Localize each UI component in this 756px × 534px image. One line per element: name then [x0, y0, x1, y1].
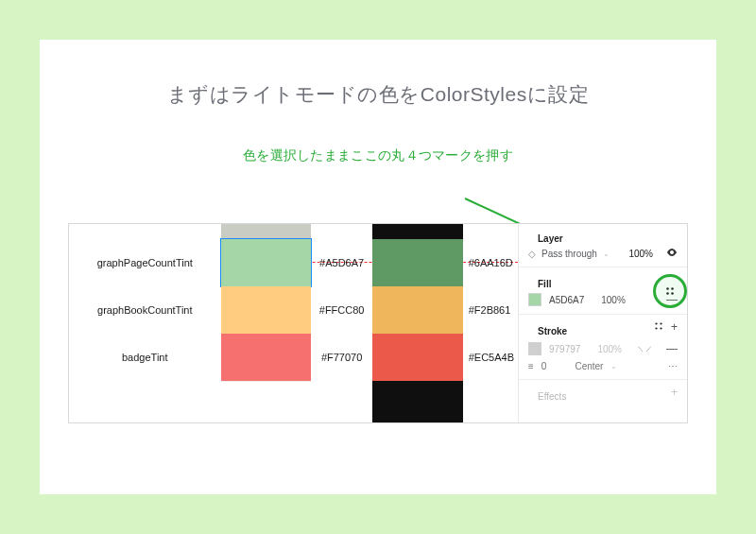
- page-title: まずはライトモードの色をColorStylesに設定: [40, 81, 716, 108]
- hex-light: #A5D6A7: [311, 257, 372, 268]
- effects-heading: Effects: [528, 384, 678, 405]
- remove-stroke-button[interactable]: —: [666, 343, 678, 354]
- add-stroke-button[interactable]: +: [671, 320, 678, 334]
- hex-dark: #F2B861: [463, 304, 518, 316]
- hex-light: #FFCC80: [311, 304, 372, 316]
- eye-icon[interactable]: [666, 248, 678, 259]
- svg-point-3: [655, 327, 657, 329]
- color-name: badgeTint: [69, 352, 221, 363]
- swatch-light[interactable]: [221, 223, 312, 239]
- styles-fourdot-stroke[interactable]: [654, 320, 663, 334]
- svg-point-2: [660, 322, 662, 324]
- hex-dark: #EC5A4B: [463, 352, 518, 363]
- table-row: [69, 381, 518, 423]
- color-name: graphPageCountTint: [69, 257, 221, 268]
- fill-heading: Fill: [528, 271, 678, 293]
- svg-point-6: [671, 287, 674, 290]
- svg-point-1: [655, 322, 657, 324]
- layer-heading: Layer: [528, 226, 678, 248]
- swatch-light-selected[interactable]: [221, 239, 312, 286]
- inspector-panel: Layer ◇ Pass through ⌄ 100% Fill A5D6A7 …: [518, 224, 687, 422]
- swatch-dark[interactable]: [372, 223, 463, 239]
- swatch-light[interactable]: [221, 334, 312, 381]
- stroke-chip[interactable]: [528, 342, 541, 355]
- swatch-dark[interactable]: [372, 239, 463, 286]
- table-row: graphPageCountTint #A5D6A7 #6AA16D: [69, 239, 518, 286]
- stroke-weight[interactable]: 0: [541, 361, 547, 371]
- svg-point-8: [671, 292, 674, 295]
- fill-chip[interactable]: [528, 293, 541, 306]
- stroke-more-button[interactable]: ⋯: [668, 361, 678, 371]
- table-row: sectionSeparator #C8CCC2 #161616: [69, 223, 518, 239]
- swatch-dark[interactable]: [372, 286, 463, 334]
- svg-point-7: [666, 292, 669, 295]
- svg-point-4: [660, 327, 662, 329]
- chevron-down-icon[interactable]: ⌄: [603, 250, 610, 258]
- blend-dropdown-icon[interactable]: ◇: [528, 249, 536, 259]
- swatch-dark[interactable]: [372, 334, 463, 381]
- stroke-hex[interactable]: 979797: [549, 344, 580, 354]
- swatch-light[interactable]: [221, 286, 312, 334]
- stroke-section: Stroke + 979797 100% ⟍⟋ —: [519, 315, 687, 380]
- hex-light: #F77070: [311, 352, 372, 363]
- fill-opacity[interactable]: 100%: [601, 295, 626, 305]
- svg-point-5: [666, 287, 669, 290]
- swatch-light[interactable]: [221, 381, 312, 423]
- add-effect-button[interactable]: +: [671, 386, 678, 399]
- table-row: badgeTint #F77070 #EC5A4B: [69, 334, 518, 381]
- stroke-align[interactable]: Center: [575, 361, 603, 371]
- effects-section: Effects +: [519, 380, 687, 413]
- layer-section: Layer ◇ Pass through ⌄ 100%: [519, 224, 687, 267]
- stroke-opacity[interactable]: 100%: [597, 344, 622, 354]
- color-name: graphBookCountTint: [69, 304, 221, 316]
- stroke-weight-icon: ≡: [528, 361, 534, 371]
- opacity-value[interactable]: 100%: [628, 249, 653, 259]
- tutorial-card: まずはライトモードの色をColorStylesに設定 色を選択したままここの丸４…: [40, 40, 716, 494]
- blend-mode[interactable]: Pass through: [541, 249, 597, 259]
- fill-hex[interactable]: A5D6A7: [549, 295, 584, 305]
- styles-fourdot-button[interactable]: [662, 284, 678, 299]
- swatch-dark[interactable]: [372, 381, 463, 423]
- table-row: graphBookCountTint #FFCC80 #F2B861: [69, 286, 518, 334]
- figma-screenshot: sectionSeparator #C8CCC2 #161616 graphPa…: [68, 223, 688, 423]
- annotation-text: 色を選択したままここの丸４つマークを押す: [40, 147, 716, 164]
- chevron-down-icon[interactable]: ⌄: [610, 362, 617, 370]
- hex-dark: #6AA16D: [463, 257, 518, 268]
- stroke-visibility-icon[interactable]: ⟍⟋: [636, 344, 653, 353]
